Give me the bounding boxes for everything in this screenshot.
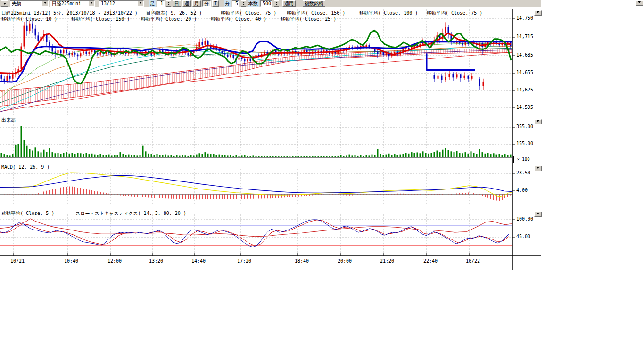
legend-item: 移動平均( Close, 75 ) [427, 10, 482, 16]
stoch-ma-label: 移動平均( Close, 5 ) [1, 210, 54, 217]
volume-pane-dropdown-icon[interactable] [534, 119, 542, 124]
price-pane-dropdown-icon[interactable] [534, 10, 542, 16]
x-axis-tick-label: 12:00 [104, 258, 125, 263]
legend-item: 移動平均( Close, 40 ) [211, 16, 266, 23]
legend-item: 移動平均( Close, 150 ) [287, 10, 345, 16]
legend-item: 日経225mini 13/12( 5分, 2013/10/18 - 2013/1… [1, 10, 138, 16]
x-axis-tick-label: 13:20 [146, 258, 166, 263]
legend-item: 移動平均( Close, 75 ) [221, 10, 276, 16]
y-axis-tick-label: 14,715 [516, 34, 533, 39]
y-axis-tick-label: 14,750 [516, 16, 533, 21]
y-axis-tick-label: 355.00 [516, 124, 533, 129]
x-axis-tick-label: 22:40 [420, 258, 441, 263]
volume-multiplier-box: × 100 [513, 156, 533, 163]
legend-item: 移動平均( Close, 25 ) [281, 16, 336, 23]
x-axis-tick-label: 17:20 [234, 258, 255, 263]
y-axis-tick-label: 14,685 [516, 52, 533, 58]
x-axis-tick-label: 10:40 [61, 258, 82, 263]
legend-item: 移動平均( Close, 150 ) [71, 16, 130, 23]
y-axis-tick-label: 4.00 [516, 188, 528, 193]
x-axis-tick-label: 20:00 [334, 258, 355, 263]
x-axis-tick-label: 10/21 [7, 258, 28, 263]
y-axis-tick-label: 14,595 [516, 105, 533, 110]
y-axis-tick-label: 14,625 [516, 87, 533, 92]
y-axis-tick-label: 155.00 [516, 141, 533, 146]
stoch-pane-label: スロー・ストキャスティクス( 14, 3, 80, 20 ) [75, 210, 186, 217]
trading-chart-window: 先物 日経225mini 13/12 足 1 日 週 月 分 T 分 5 本数 … [0, 0, 644, 362]
chart-canvas[interactable] [0, 0, 644, 362]
x-axis-tick-label: 10/22 [462, 258, 483, 263]
y-axis-tick-label: 23.50 [516, 170, 530, 175]
macd-pane-dropdown-icon[interactable] [534, 166, 542, 171]
y-axis-tick-label: 100.00 [516, 216, 533, 222]
y-axis-tick-label: 45.00 [516, 234, 530, 239]
x-axis-tick-label: 14:40 [188, 258, 209, 263]
legend-item: 移動平均( Close, 20 ) [141, 16, 197, 23]
legend-item: 移動平均( Close, 10 ) [1, 16, 57, 23]
legend-item: 移動平均( Close, 100 ) [359, 10, 418, 16]
stoch-pane-dropdown-icon[interactable] [534, 212, 542, 217]
macd-pane-label: MACD( 12, 26, 9 ) [1, 165, 50, 170]
x-axis-tick-label: 18:40 [291, 258, 312, 263]
x-axis-tick-label: 21:20 [377, 258, 397, 263]
legend-item: 一目均衡表( 9, 26, 52 ) [141, 10, 202, 16]
y-axis-tick-label: 14,655 [516, 70, 533, 75]
volume-pane-label: 出来高 [1, 117, 16, 123]
